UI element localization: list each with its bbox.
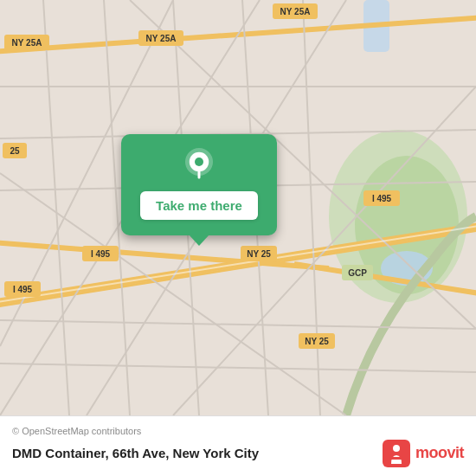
moovit-brand-text: moovit — [415, 444, 464, 462]
svg-text:GCP: GCP — [348, 268, 367, 278]
svg-point-52 — [393, 445, 400, 452]
location-label: DMD Container, 66th Ave, New York City — [12, 446, 259, 460]
svg-text:NY 25A: NY 25A — [12, 38, 42, 48]
moovit-logo: moovit — [383, 440, 464, 467]
location-pin-icon — [180, 146, 218, 184]
svg-text:NY 25: NY 25 — [305, 337, 329, 346]
map-attribution: © OpenStreetMap contributors — [12, 426, 464, 436]
svg-text:I 495: I 495 — [91, 249, 111, 259]
svg-text:NY 25: NY 25 — [247, 249, 271, 259]
map-callout: Take me there — [121, 134, 277, 235]
svg-rect-53 — [389, 457, 403, 460]
svg-text:25: 25 — [10, 146, 20, 156]
bottom-bar: © OpenStreetMap contributors DMD Contain… — [0, 415, 476, 476]
svg-text:I 495: I 495 — [13, 285, 33, 294]
take-me-there-button[interactable]: Take me there — [140, 191, 258, 220]
svg-text:I 495: I 495 — [372, 194, 392, 203]
svg-text:NY 25A: NY 25A — [280, 7, 311, 16]
moovit-brand-icon — [383, 440, 410, 467]
location-row: DMD Container, 66th Ave, New York City m… — [12, 440, 464, 467]
map-container: NY 25A NY 25A NY 25A 25 I 495 I 495 I 49… — [0, 0, 476, 415]
svg-text:NY 25A: NY 25A — [146, 34, 177, 43]
svg-point-49 — [195, 158, 203, 166]
